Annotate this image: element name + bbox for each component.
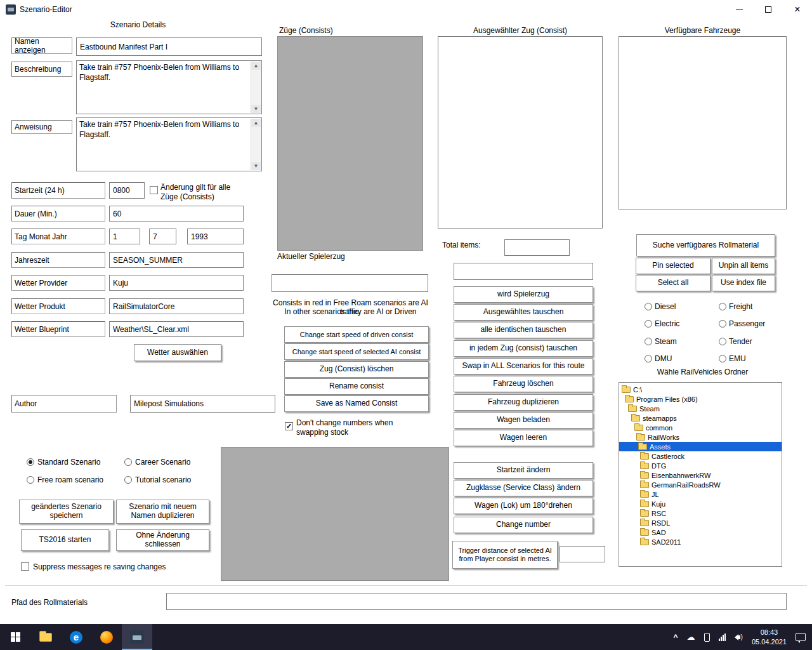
radio-tender[interactable]: [719, 338, 726, 345]
dont-change-numbers-checkbox[interactable]: [285, 422, 293, 430]
tree-item[interactable]: DTG: [619, 461, 782, 470]
tree-item[interactable]: C:\: [619, 385, 782, 394]
weather-provider-input[interactable]: [109, 275, 244, 291]
tree-item[interactable]: JL: [619, 489, 782, 499]
radio-freight[interactable]: [719, 303, 726, 310]
radio-electric[interactable]: [645, 320, 652, 328]
change-start-time-button[interactable]: Startzeit ändern: [454, 462, 593, 479]
search-rolling-stock-button[interactable]: Suche verfügbares Rollmaterial: [636, 234, 775, 256]
year-input[interactable]: [187, 229, 244, 244]
start-button[interactable]: [0, 624, 30, 650]
weather-blueprint-input[interactable]: [109, 321, 244, 337]
description-scrollbar[interactable]: ▲▼: [251, 62, 261, 113]
swap-selected-button[interactable]: Ausgewähltes tauschen: [454, 304, 593, 321]
change-service-class-button[interactable]: Zugklasse (Service Class) ändern: [454, 480, 593, 496]
network-icon[interactable]: [719, 633, 726, 641]
duplicate-scenario-button[interactable]: Szenario mit neuem Namen duplizieren: [116, 500, 209, 524]
railvehicles-folder-tree[interactable]: C:\ Program Files (x86) Steam steamapps …: [619, 382, 782, 567]
tree-item[interactable]: RSC: [619, 508, 782, 518]
load-wagon-button[interactable]: Wagen beladen: [454, 412, 593, 428]
tree-item[interactable]: EisenbahnwerkRW: [619, 470, 782, 480]
radio-standard-szenario[interactable]: [27, 458, 34, 466]
action-center-icon[interactable]: [796, 633, 806, 641]
change-speed-driven-button[interactable]: Change start speed of driven consist: [284, 326, 429, 343]
weather-product-input[interactable]: [109, 298, 244, 314]
instruction-scrollbar[interactable]: ▲▼: [251, 119, 261, 170]
author-input[interactable]: [130, 395, 275, 413]
select-all-button[interactable]: Select all: [636, 275, 710, 291]
suppress-messages-checkbox[interactable]: [21, 562, 29, 571]
tree-item[interactable]: common: [619, 423, 782, 432]
rotate-180-button[interactable]: Wagen (Lok) um 180°drehen: [454, 498, 593, 514]
description-textarea[interactable]: Take train #757 Phoenix-Belen from Willi…: [76, 60, 262, 114]
tree-item[interactable]: RailWorks: [619, 432, 782, 442]
tree-item[interactable]: steamapps: [619, 413, 782, 423]
radio-passenger[interactable]: [719, 320, 726, 328]
season-input[interactable]: [109, 252, 244, 268]
close-without-changes-button[interactable]: Ohne Änderung schliessen: [116, 529, 209, 551]
scroll-down-icon[interactable]: ▼: [251, 162, 261, 170]
tree-item[interactable]: Steam: [619, 404, 782, 413]
save-named-consist-button[interactable]: Save as Named Consist: [284, 395, 429, 412]
rename-consist-button[interactable]: Rename consist: [284, 378, 429, 395]
consists-listbox[interactable]: [277, 36, 423, 251]
volume-icon[interactable]: ): [735, 633, 743, 640]
current-player-train-input[interactable]: [272, 274, 428, 292]
scroll-up-icon[interactable]: ▲: [251, 119, 261, 127]
tree-item[interactable]: GermanRailRoadsRW: [619, 480, 782, 489]
swap-in-every-consist-button[interactable]: in jedem Zug (consist) tauschen: [454, 340, 593, 357]
trigger-distance-button[interactable]: Trigger distance of selected AI from Pla…: [452, 541, 558, 569]
month-input[interactable]: [149, 229, 176, 244]
radio-career-scenario[interactable]: [124, 458, 132, 466]
make-player-train-button[interactable]: wird Spielerzug: [454, 286, 593, 303]
radio-tutorial-scenario[interactable]: [124, 476, 132, 484]
weather-select-button[interactable]: Wetter auswählen: [134, 344, 221, 361]
file-explorer-button[interactable]: [30, 624, 61, 650]
pin-selected-button[interactable]: Pin selected: [636, 258, 710, 274]
tree-item[interactable]: SAD: [619, 527, 782, 537]
delete-consist-button[interactable]: Zug (Consist) löschen: [284, 361, 429, 378]
radio-emu[interactable]: [719, 355, 726, 362]
delete-vehicle-button[interactable]: Fahrzeug löschen: [454, 376, 593, 392]
available-vehicles-listbox[interactable]: [619, 36, 787, 209]
close-button[interactable]: ×: [783, 0, 812, 19]
radio-free-roam-scenario[interactable]: [27, 476, 34, 484]
phone-icon[interactable]: [704, 633, 710, 642]
selected-consist-listbox[interactable]: [438, 36, 603, 229]
swap-all-identical-button[interactable]: alle identischen tauschen: [454, 322, 593, 338]
tree-item[interactable]: Kuju: [619, 499, 782, 508]
name-input[interactable]: [76, 37, 262, 56]
maximize-button[interactable]: [754, 0, 783, 19]
tree-item[interactable]: Program Files (x86): [619, 394, 782, 404]
empty-wagon-button[interactable]: Wagen leeren: [454, 430, 593, 446]
start-time-input[interactable]: [109, 182, 145, 199]
day-input[interactable]: [109, 229, 140, 244]
duration-input[interactable]: [109, 206, 244, 222]
scroll-down-icon[interactable]: ▼: [251, 105, 261, 113]
duplicate-vehicle-button[interactable]: Fahrzeug duplizieren: [454, 394, 593, 411]
unpin-all-button[interactable]: Unpin all items: [712, 258, 775, 274]
tree-item[interactable]: RSDL: [619, 518, 782, 527]
edge-button[interactable]: e: [61, 624, 91, 650]
rolling-stock-path-input[interactable]: [166, 593, 787, 610]
firefox-button[interactable]: [91, 624, 122, 650]
save-scenario-button[interactable]: geändertes Szenario speichern: [19, 500, 114, 524]
radio-diesel[interactable]: [645, 303, 652, 310]
clock[interactable]: 08:43 05.04.2021: [752, 628, 787, 647]
change-number-button[interactable]: Change number: [454, 517, 593, 533]
instruction-textarea[interactable]: Take train #757 Phoenix-Belen from Willi…: [76, 117, 262, 171]
szenario-editor-taskbar-button[interactable]: [122, 624, 152, 650]
radio-dmu[interactable]: [645, 355, 652, 362]
minimize-button[interactable]: [724, 0, 754, 19]
start-ts2016-button[interactable]: TS2016 starten: [21, 529, 109, 551]
tray-expand-icon[interactable]: ^: [674, 633, 678, 642]
tree-item-selected[interactable]: Assets: [619, 442, 782, 451]
scroll-up-icon[interactable]: ▲: [251, 62, 261, 70]
trigger-distance-input[interactable]: [560, 546, 605, 562]
change-speed-ai-button[interactable]: Change start speed of selected AI consis…: [284, 343, 429, 360]
use-index-file-button[interactable]: Use index file: [712, 275, 775, 291]
swap-all-scenarios-button[interactable]: Swap in ALL Scenarios for this route: [454, 358, 593, 375]
tree-item[interactable]: Castlerock: [619, 451, 782, 461]
radio-steam[interactable]: [645, 338, 652, 345]
total-items-input[interactable]: [504, 239, 570, 256]
